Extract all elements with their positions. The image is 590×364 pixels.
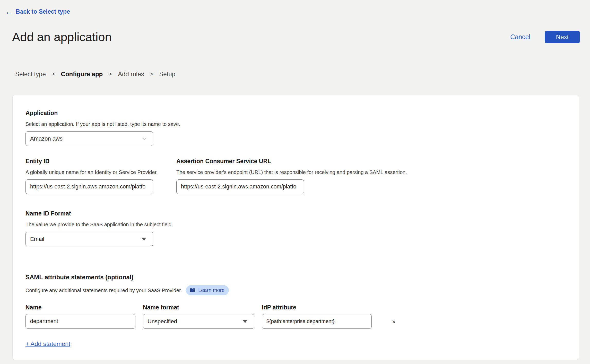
application-select-value: Amazon aws: [30, 135, 63, 142]
entity-id-input[interactable]: [25, 179, 153, 194]
step-configure-app[interactable]: Configure app: [61, 71, 103, 78]
page-header: Add an application Cancel Next: [12, 30, 580, 44]
saml-attributes-description-row: Configure any additional statements requ…: [25, 285, 229, 295]
saml-attributes-section: SAML attribute statements (optional) Con…: [25, 274, 229, 295]
attr-idp-input[interactable]: [262, 314, 372, 329]
attribute-statement-row: Name Name format Unspecified IdP attribu…: [25, 304, 396, 329]
saml-attributes-description: Configure any additional statements requ…: [25, 287, 182, 293]
entity-id-label: Entity ID: [25, 158, 158, 165]
attr-name-label: Name: [25, 304, 135, 311]
entity-id-description: A globally unique name for an Identity o…: [25, 169, 158, 175]
acs-url-section: Assertion Consumer Service URL The servi…: [176, 158, 407, 194]
learn-more-label: Learn more: [198, 287, 224, 293]
step-add-rules[interactable]: Add rules: [118, 71, 144, 78]
name-id-format-description: The value we provide to the SaaS applica…: [25, 221, 173, 228]
step-select-type[interactable]: Select type: [15, 71, 46, 78]
application-section: Application Select an application. If yo…: [25, 109, 180, 146]
attr-name-format-label: Name format: [143, 304, 254, 311]
next-button[interactable]: Next: [545, 31, 580, 43]
wizard-steps: Select type > Configure app > Add rules …: [15, 71, 175, 78]
application-label: Application: [25, 109, 180, 117]
name-id-format-section: Name ID Format The value we provide to t…: [25, 210, 173, 246]
back-link-label: Back to Select type: [16, 8, 70, 15]
name-id-format-label: Name ID Format: [25, 210, 173, 217]
back-arrow-icon: ←: [5, 8, 12, 15]
attr-name-format-value: Unspecified: [148, 318, 177, 325]
page-title: Add an application: [12, 30, 112, 44]
configure-app-card: Application Select an application. If yo…: [12, 95, 579, 360]
entity-id-section: Entity ID A globally unique name for an …: [25, 158, 158, 194]
name-id-format-select[interactable]: Email: [25, 232, 153, 246]
application-description: Select an application. If your app is no…: [25, 121, 180, 127]
name-id-format-value: Email: [30, 236, 44, 242]
chevron-down-icon: [141, 135, 148, 142]
attr-name-format-select[interactable]: Unspecified: [143, 314, 254, 329]
step-setup[interactable]: Setup: [159, 71, 175, 78]
learn-more-button[interactable]: Learn more: [186, 285, 229, 295]
attr-name-format-col: Name format Unspecified: [143, 304, 254, 329]
caret-down-icon: [243, 320, 247, 323]
add-statement-link[interactable]: + Add statement: [25, 340, 70, 348]
acs-url-description: The service provider's endpoint (URL) th…: [176, 169, 407, 175]
book-icon: [189, 287, 195, 293]
step-separator: >: [52, 71, 55, 77]
attr-idp-col: IdP attribute: [262, 304, 372, 329]
acs-url-label: Assertion Consumer Service URL: [176, 158, 407, 165]
back-to-select-type-link[interactable]: ← Back to Select type: [5, 8, 70, 15]
saml-attributes-label: SAML attribute statements (optional): [25, 274, 229, 281]
attr-name-input[interactable]: [25, 314, 135, 329]
step-separator: >: [150, 71, 153, 77]
cancel-button[interactable]: Cancel: [510, 33, 530, 41]
caret-down-icon: [142, 238, 146, 241]
acs-url-input[interactable]: [176, 179, 304, 194]
attr-idp-label: IdP attribute: [262, 304, 372, 311]
remove-statement-button[interactable]: ×: [392, 319, 396, 325]
step-separator: >: [109, 71, 112, 77]
attr-name-col: Name: [25, 304, 135, 329]
application-select[interactable]: Amazon aws: [25, 131, 153, 146]
header-actions: Cancel Next: [510, 31, 580, 43]
